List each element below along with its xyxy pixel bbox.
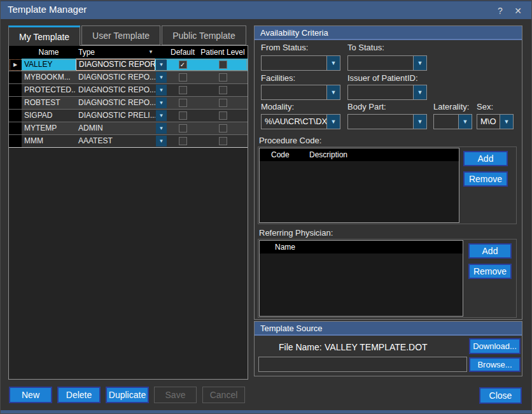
chevron-down-icon[interactable]: ▼ [156, 123, 167, 134]
type-dropdown-button[interactable]: ▼ [155, 122, 167, 134]
patient-level-checkbox[interactable] [219, 86, 227, 94]
title-bar[interactable]: Template Manager ? ✕ [1, 1, 531, 19]
chevron-down-icon[interactable]: ▼ [156, 72, 167, 83]
modality-dropdown[interactable]: %\AU\CR\CT\DX\ ▼ [261, 114, 340, 129]
default-cell[interactable]: ✓ [167, 59, 198, 71]
from-status-dropdown[interactable]: ▼ [261, 55, 340, 71]
default-cell[interactable] [167, 71, 198, 83]
template-path-input[interactable] [258, 357, 467, 372]
type-dropdown-button[interactable]: ▼ [155, 97, 167, 109]
template-type-cell[interactable]: DIAGNOSTIC REPO... [76, 71, 155, 83]
type-dropdown-button[interactable]: ▼ [155, 71, 167, 83]
template-name-cell[interactable]: SIGPAD [22, 110, 76, 122]
procedure-add-button[interactable]: Add [463, 151, 508, 166]
delete-button[interactable]: Delete [57, 387, 101, 403]
to-status-dropdown[interactable]: ▼ [347, 55, 427, 71]
default-cell[interactable] [167, 122, 198, 134]
referring-physician-table[interactable]: Name [259, 240, 463, 317]
column-header-code[interactable]: Code [260, 148, 309, 161]
close-button[interactable]: Close [479, 387, 522, 404]
chevron-down-icon[interactable]: ▼ [413, 56, 426, 70]
column-header-type[interactable]: Type ▼ [76, 46, 155, 59]
facilities-dropdown[interactable]: ▼ [261, 85, 340, 100]
new-button[interactable]: New [9, 387, 52, 403]
template-type-cell[interactable]: DIAGNOSTIC REPO... [76, 97, 155, 109]
template-name-cell[interactable]: ROBTEST [22, 97, 76, 109]
chevron-down-icon[interactable]: ▼ [326, 85, 340, 99]
patient-level-cell[interactable] [198, 71, 248, 83]
patient-level-cell[interactable] [198, 110, 248, 122]
column-header-default[interactable]: Default [167, 46, 198, 59]
template-type-cell[interactable]: ADMIN [76, 122, 155, 134]
template-row[interactable]: MMMAAATEST▼ [9, 135, 248, 148]
patient-level-checkbox[interactable] [219, 111, 227, 120]
chevron-down-icon[interactable]: ▼ [156, 59, 167, 70]
column-header-description[interactable]: Description [309, 148, 347, 161]
referring-add-button[interactable]: Add [468, 243, 512, 259]
template-row[interactable]: MYBOOKM...DIAGNOSTIC REPO...▼ [9, 71, 248, 84]
template-type-cell[interactable]: DIAGNOSTIC REPORT [76, 59, 155, 71]
type-dropdown-button[interactable]: ▼ [155, 135, 167, 147]
column-header-patient-level[interactable]: Patient Level [198, 46, 248, 59]
laterality-dropdown[interactable]: ▼ [433, 114, 472, 129]
template-name-cell[interactable]: PROTECTED... [22, 84, 76, 96]
column-header-name[interactable]: Name [22, 46, 76, 59]
close-icon[interactable]: ✕ [511, 4, 525, 17]
tab-my-template[interactable]: My Template [8, 25, 80, 46]
template-row[interactable]: ▶VALLEYDIAGNOSTIC REPORT▼✓ [9, 59, 248, 71]
template-name-cell[interactable]: VALLEY [22, 59, 76, 71]
referring-remove-button[interactable]: Remove [468, 264, 512, 279]
default-cell[interactable] [167, 110, 198, 122]
default-checkbox[interactable] [179, 99, 187, 107]
procedure-remove-button[interactable]: Remove [463, 171, 508, 187]
template-row[interactable]: MYTEMPADMIN▼ [9, 122, 248, 135]
tab-public-template[interactable]: Public Template [162, 25, 246, 45]
default-cell[interactable] [167, 97, 198, 109]
default-checkbox[interactable] [179, 124, 187, 132]
template-type-cell[interactable]: DIAGNOSTIC REPO... [76, 84, 155, 96]
type-dropdown-button[interactable]: ▼ [155, 110, 167, 122]
template-row[interactable]: ROBTESTDIAGNOSTIC REPO...▼ [9, 97, 248, 110]
browse-button[interactable]: Browse... [469, 357, 521, 372]
template-name-cell[interactable]: MYTEMP [22, 122, 76, 134]
default-checkbox[interactable]: ✓ [179, 61, 187, 69]
default-checkbox[interactable] [179, 73, 187, 82]
help-icon[interactable]: ? [493, 4, 507, 17]
duplicate-button[interactable]: Duplicate [106, 387, 149, 403]
sort-arrow-icon[interactable]: ▼ [148, 46, 155, 59]
template-row[interactable]: PROTECTED...DIAGNOSTIC REPO...▼ [9, 84, 248, 97]
default-cell[interactable] [167, 84, 198, 96]
patient-level-cell[interactable] [198, 97, 248, 109]
column-header-physician-name[interactable]: Name [260, 241, 295, 253]
sex-dropdown[interactable]: M\O ▼ [477, 114, 514, 129]
type-dropdown-button[interactable]: ▼ [155, 84, 167, 96]
patient-level-cell[interactable] [198, 135, 248, 147]
chevron-down-icon[interactable]: ▼ [326, 115, 340, 129]
chevron-down-icon[interactable]: ▼ [156, 110, 167, 121]
template-row[interactable]: SIGPADDIAGNOSTIC PRELI...▼ [9, 110, 248, 122]
patient-level-checkbox[interactable] [219, 73, 227, 82]
default-checkbox[interactable] [179, 111, 187, 120]
tab-user-template[interactable]: User Template [81, 25, 160, 45]
default-checkbox[interactable] [179, 86, 187, 94]
chevron-down-icon[interactable]: ▼ [156, 85, 167, 96]
chevron-down-icon[interactable]: ▼ [326, 56, 340, 70]
patient-level-cell[interactable] [198, 122, 248, 134]
patient-level-checkbox[interactable] [219, 137, 227, 145]
chevron-down-icon[interactable]: ▼ [156, 136, 167, 146]
chevron-down-icon[interactable]: ▼ [156, 97, 167, 108]
template-name-cell[interactable]: MMM [22, 135, 76, 147]
procedure-code-table[interactable]: Code Description [259, 148, 459, 223]
default-cell[interactable] [167, 135, 198, 147]
type-dropdown-button[interactable]: ▼ [155, 59, 167, 71]
patient-level-cell[interactable] [198, 59, 248, 71]
template-type-cell[interactable]: AAATEST [76, 135, 155, 147]
chevron-down-icon[interactable]: ▼ [413, 85, 426, 99]
chevron-down-icon[interactable]: ▼ [458, 115, 472, 129]
default-checkbox[interactable] [179, 137, 187, 145]
issuer-dropdown[interactable]: ▼ [347, 85, 427, 100]
body-part-dropdown[interactable]: ▼ [347, 114, 427, 129]
template-type-cell[interactable]: DIAGNOSTIC PRELI... [76, 110, 155, 122]
patient-level-cell[interactable] [198, 84, 248, 96]
chevron-down-icon[interactable]: ▼ [413, 115, 426, 129]
